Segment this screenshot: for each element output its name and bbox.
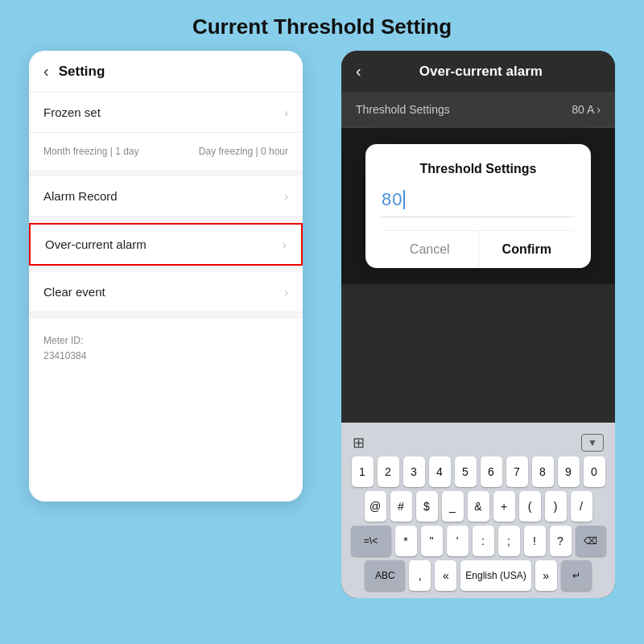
freeze-info-item: Month freezing | 1 day Day freezing | 0 …: [29, 133, 303, 170]
key-8[interactable]: 8: [532, 456, 554, 487]
key-quote-double[interactable]: ": [421, 526, 443, 556]
menu-item-clear-event[interactable]: Clear event ›: [29, 272, 303, 312]
threshold-row-value: 80 A ›: [572, 103, 601, 116]
key-question[interactable]: ?: [550, 526, 572, 556]
threshold-settings-row[interactable]: Threshold Settings 80 A ›: [341, 92, 615, 128]
key-dollar[interactable]: $: [416, 491, 438, 522]
clear-event-label: Clear event: [43, 285, 105, 299]
menu-section-overcurrent: Over-current alarm ›: [29, 223, 303, 266]
right-phone-header: ‹ Over-current alarm: [341, 51, 615, 92]
dialog-input-value: 80: [382, 189, 402, 210]
dialog-title: Threshold Settings: [382, 162, 575, 176]
meter-info: Meter ID:23410384: [29, 319, 303, 378]
keyboard-toolbar: ⊞ ▼: [345, 429, 612, 456]
key-plus[interactable]: +: [493, 491, 515, 522]
back-button-left[interactable]: ‹: [43, 62, 49, 80]
key-asterisk[interactable]: *: [395, 526, 417, 556]
threshold-dialog: Threshold Settings 80 Cancel Confirm: [365, 144, 591, 268]
meter-id-value: 23410384: [43, 350, 86, 361]
overcurrent-alarm-label: Over-current alarm: [45, 237, 147, 251]
key-row-symbols2: =\< * " ' : ; ! ? ⌫: [345, 526, 612, 556]
key-9[interactable]: 9: [558, 456, 580, 487]
keyboard-hide-button[interactable]: ▼: [581, 434, 604, 452]
key-guillemet-left[interactable]: «: [435, 560, 456, 591]
left-phone: ‹ Setting Frozen set › Month freezing | …: [29, 51, 303, 502]
key-0[interactable]: 0: [584, 456, 605, 487]
key-equals-backslash[interactable]: =\<: [351, 526, 391, 556]
key-quote-single[interactable]: ': [447, 526, 469, 556]
text-cursor: [403, 190, 405, 209]
right-phone: ‹ Over-current alarm Threshold Settings …: [341, 51, 615, 598]
key-slash[interactable]: /: [571, 491, 592, 522]
key-5[interactable]: 5: [455, 456, 477, 487]
key-4[interactable]: 4: [429, 456, 451, 487]
clear-event-chevron: ›: [284, 286, 288, 299]
menu-section-frozen: Frozen set › Month freezing | 1 day Day …: [29, 93, 303, 170]
key-colon[interactable]: :: [473, 526, 494, 556]
menu-item-alarm-record[interactable]: Alarm Record ›: [29, 176, 303, 217]
key-3[interactable]: 3: [403, 456, 425, 487]
keyboard-grid-icon[interactable]: ⊞: [353, 434, 365, 452]
key-1[interactable]: 1: [352, 456, 374, 487]
right-phone-title: Over-current alarm: [419, 64, 543, 80]
left-phone-header: ‹ Setting: [29, 51, 303, 93]
key-row-bottom: ABC , « English (USA) » ↵: [345, 560, 612, 591]
key-semicolon[interactable]: ;: [498, 526, 520, 556]
menu-item-frozen-set[interactable]: Frozen set ›: [29, 93, 303, 133]
dialog-buttons: Cancel Confirm: [382, 230, 575, 268]
frozen-set-chevron: ›: [284, 106, 288, 119]
confirm-button[interactable]: Confirm: [479, 231, 576, 268]
key-hash[interactable]: #: [390, 491, 412, 522]
backspace-key[interactable]: ⌫: [576, 526, 606, 556]
alarm-record-chevron: ›: [284, 190, 288, 203]
dialog-input-row[interactable]: 80: [382, 189, 575, 217]
key-lparen[interactable]: (: [519, 491, 541, 522]
key-return[interactable]: ↵: [561, 560, 592, 591]
key-rparen[interactable]: ): [545, 491, 567, 522]
back-button-right[interactable]: ‹: [356, 62, 361, 80]
menu-list: Frozen set › Month freezing | 1 day Day …: [29, 93, 303, 378]
key-row-numbers: 1 2 3 4 5 6 7 8 9 0: [345, 456, 612, 487]
alarm-record-label: Alarm Record: [43, 189, 118, 203]
page-title: Current Threshold Setting: [0, 0, 644, 51]
cancel-button[interactable]: Cancel: [382, 231, 479, 268]
keyboard: ⊞ ▼ 1 2 3 4 5 6 7 8 9 0 @ # $ _: [341, 423, 615, 598]
menu-section-alarm: Alarm Record ›: [29, 176, 303, 217]
key-exclaim[interactable]: !: [524, 526, 546, 556]
key-ampersand[interactable]: &: [468, 491, 489, 522]
key-2[interactable]: 2: [378, 456, 399, 487]
day-freeze-label: Day freezing | 0 hour: [199, 146, 288, 157]
key-row-symbols: @ # $ _ & + ( ) /: [345, 491, 612, 522]
key-guillemet-right[interactable]: »: [535, 560, 557, 591]
dialog-overlay: Threshold Settings 80 Cancel Confirm: [341, 128, 615, 284]
key-language[interactable]: English (USA): [460, 560, 530, 591]
menu-section-clear: Clear event ›: [29, 272, 303, 312]
key-underscore[interactable]: _: [442, 491, 464, 522]
key-6[interactable]: 6: [481, 456, 502, 487]
left-phone-title: Setting: [59, 64, 105, 80]
meter-id-label: Meter ID:23410384: [43, 333, 288, 364]
threshold-row-label: Threshold Settings: [356, 103, 450, 116]
key-abc[interactable]: ABC: [365, 560, 405, 591]
menu-item-overcurrent-alarm[interactable]: Over-current alarm ›: [29, 223, 303, 266]
key-at[interactable]: @: [365, 491, 386, 522]
key-7[interactable]: 7: [506, 456, 528, 487]
key-comma[interactable]: ,: [409, 560, 431, 591]
frozen-set-label: Frozen set: [43, 105, 101, 119]
month-freeze-label: Month freezing | 1 day: [43, 146, 139, 157]
overcurrent-alarm-chevron: ›: [283, 238, 287, 251]
